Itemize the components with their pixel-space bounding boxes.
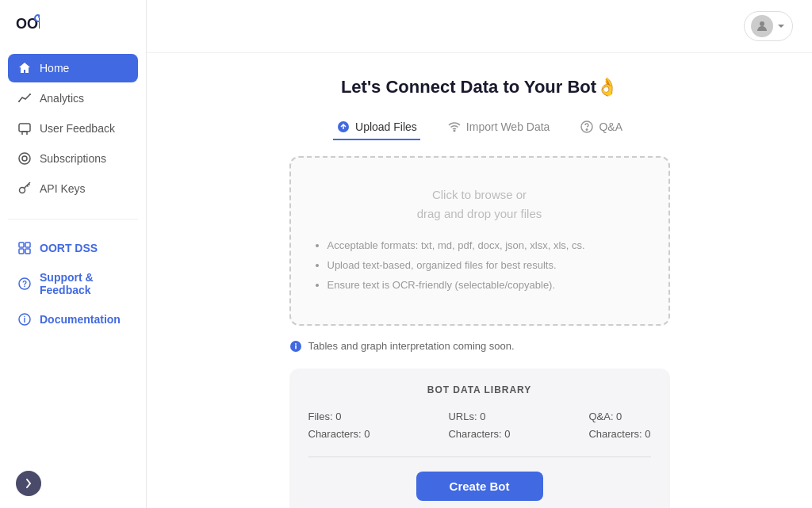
tab-upload-files[interactable]: Upload Files — [333, 115, 420, 140]
wifi-icon — [447, 120, 462, 134]
svg-line-10 — [29, 184, 30, 185]
svg-point-7 — [22, 156, 27, 161]
files-label: Files: 0 — [308, 408, 370, 426]
tab-import-web-data-label: Import Web Data — [466, 120, 550, 133]
library-stats: Files: 0 Characters: 0 URLs: 0 Character… — [308, 408, 651, 443]
svg-point-22 — [454, 130, 455, 132]
sidebar-item-subscriptions-label: Subscriptions — [40, 152, 106, 165]
sidebar-item-home[interactable]: Home — [8, 54, 138, 82]
qa-icon — [580, 120, 594, 134]
subscriptions-icon — [17, 151, 32, 166]
svg-point-3 — [18, 101, 20, 102]
documentation-icon: i — [17, 312, 32, 327]
sidebar-item-home-label: Home — [40, 62, 69, 74]
upload-browse-text: Click to browse or drag and drop your fi… — [315, 185, 645, 223]
main-content-area: Let's Connect Data to Your Bot👌 Upload F… — [147, 0, 812, 508]
sidebar: OORT Home Analytics User Feedback — [0, 0, 147, 508]
svg-rect-12 — [19, 243, 24, 247]
qa-chars: Characters: 0 — [588, 426, 650, 443]
tab-upload-files-label: Upload Files — [355, 120, 417, 133]
svg-point-8 — [20, 188, 25, 193]
nav-divider — [8, 219, 138, 220]
sidebar-item-api-keys[interactable]: API Keys — [8, 174, 138, 203]
sidebar-item-user-feedback[interactable]: User Feedback — [8, 114, 138, 143]
sidebar-item-oort-dss[interactable]: OORT DSS — [8, 234, 138, 262]
svg-point-27 — [295, 343, 297, 345]
upload-tip2: Ensure text is OCR-friendly (selectable/… — [327, 277, 645, 294]
urls-label: URLs: 0 — [448, 408, 510, 426]
svg-text:OORT: OORT — [16, 16, 40, 32]
svg-point-6 — [19, 153, 30, 164]
sidebar-item-subscriptions[interactable]: Subscriptions — [8, 144, 138, 173]
svg-text:?: ? — [22, 280, 27, 288]
oort-dss-icon — [17, 241, 32, 255]
nav-bottom: OORT DSS ? Support & Feedback i Document… — [0, 227, 146, 342]
svg-rect-5 — [19, 124, 30, 132]
tab-import-web-data[interactable]: Import Web Data — [444, 115, 553, 140]
svg-rect-15 — [25, 249, 30, 254]
analytics-icon — [17, 91, 32, 105]
upload-icon — [336, 120, 350, 134]
bot-data-library: BOT DATA LIBRARY Files: 0 Characters: 0 … — [289, 369, 670, 508]
svg-line-11 — [27, 185, 29, 187]
api-keys-icon — [17, 181, 32, 196]
svg-rect-13 — [25, 243, 30, 247]
upload-drop-area[interactable]: Click to browse or drag and drop your fi… — [289, 156, 670, 326]
sidebar-item-oort-dss-label: OORT DSS — [40, 242, 98, 254]
collapse-button[interactable] — [16, 471, 41, 496]
upload-formats-list: Acceptable formats: txt, md, pdf, docx, … — [315, 238, 645, 293]
info-icon — [289, 338, 302, 353]
sidebar-item-analytics-label: Analytics — [40, 92, 84, 105]
main-content: Let's Connect Data to Your Bot👌 Upload F… — [147, 53, 812, 508]
notice-row: Tables and graph interpretation coming s… — [289, 338, 670, 353]
nav-main: Home Analytics User Feedback Subscriptio… — [0, 48, 146, 211]
qa-stat: Q&A: 0 Characters: 0 — [588, 408, 650, 443]
sidebar-item-documentation[interactable]: i Documentation — [8, 305, 138, 334]
files-stat: Files: 0 Characters: 0 — [308, 408, 370, 443]
bot-library-title: BOT DATA LIBRARY — [308, 384, 651, 395]
create-bot-button[interactable]: Create Bot — [416, 472, 543, 501]
svg-text:i: i — [24, 315, 26, 324]
page-title: Let's Connect Data to Your Bot👌 — [341, 77, 618, 97]
upload-tip1: Upload text-based, organized files for b… — [327, 258, 645, 274]
library-divider — [308, 456, 651, 457]
svg-rect-14 — [19, 249, 24, 254]
svg-point-20 — [760, 21, 764, 26]
sidebar-item-api-keys-label: API Keys — [40, 182, 86, 195]
chevron-down-icon — [776, 21, 786, 31]
notice-text: Tables and graph interpretation coming s… — [308, 340, 515, 352]
tab-qa-label: Q&A — [599, 120, 622, 133]
files-chars: Characters: 0 — [308, 426, 370, 443]
sidebar-item-support-label: Support & Feedback — [40, 271, 128, 296]
urls-stat: URLs: 0 Characters: 0 — [448, 408, 510, 443]
avatar — [751, 15, 773, 37]
sidebar-item-feedback-label: User Feedback — [40, 122, 115, 135]
top-bar — [147, 0, 812, 53]
svg-rect-26 — [295, 346, 297, 349]
svg-point-4 — [29, 94, 31, 95]
avatar-button[interactable] — [744, 11, 793, 41]
feedback-icon — [17, 121, 32, 136]
home-icon — [17, 61, 32, 75]
sidebar-item-documentation-label: Documentation — [40, 313, 121, 326]
tab-qa[interactable]: Q&A — [576, 115, 626, 140]
urls-chars: Characters: 0 — [448, 426, 510, 443]
logo-icon: OORT — [16, 14, 40, 32]
sidebar-footer — [0, 459, 146, 508]
support-icon: ? — [17, 277, 32, 291]
qa-label: Q&A: 0 — [588, 408, 650, 426]
logo-area: OORT — [0, 0, 146, 48]
upload-format-item: Acceptable formats: txt, md, pdf, docx, … — [327, 238, 645, 254]
sidebar-item-analytics[interactable]: Analytics — [8, 84, 138, 113]
logo: OORT — [16, 14, 130, 32]
tabs: Upload Files Import Web Data Q&A — [333, 115, 626, 140]
svg-point-24 — [587, 129, 588, 131]
sidebar-item-support[interactable]: ? Support & Feedback — [8, 264, 138, 304]
